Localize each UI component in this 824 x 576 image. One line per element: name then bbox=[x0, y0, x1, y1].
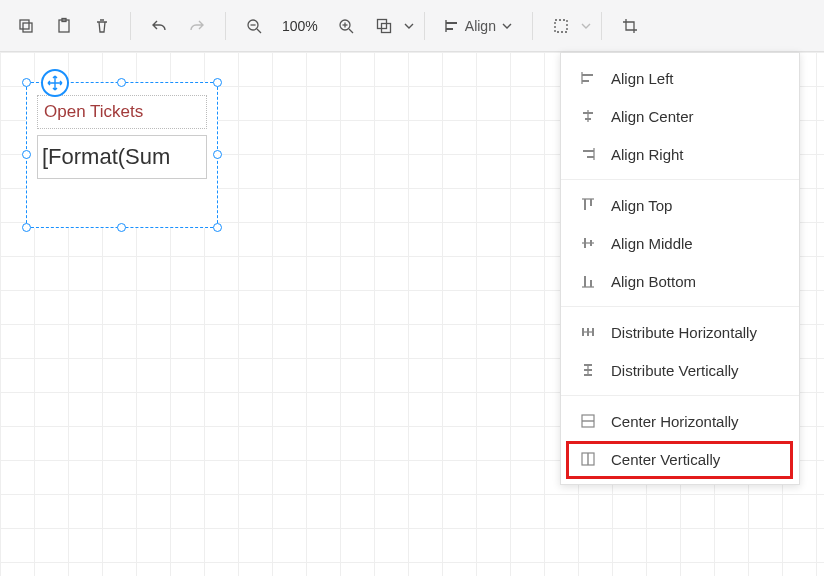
dd-label: Center Vertically bbox=[611, 451, 720, 468]
resize-handle-bm[interactable] bbox=[117, 223, 126, 232]
align-top-icon bbox=[579, 196, 597, 214]
resize-handle-tm[interactable] bbox=[117, 78, 126, 87]
undo-button[interactable] bbox=[141, 8, 177, 44]
dd-label: Align Center bbox=[611, 108, 694, 125]
svg-line-8 bbox=[349, 29, 353, 33]
align-middle-icon bbox=[579, 234, 597, 252]
zoom-out-button[interactable] bbox=[236, 8, 272, 44]
crop-button[interactable] bbox=[612, 8, 648, 44]
dd-label: Align Bottom bbox=[611, 273, 696, 290]
dd-label: Distribute Horizontally bbox=[611, 324, 757, 341]
align-dropdown-button[interactable]: Align bbox=[435, 8, 522, 44]
align-left-item[interactable]: Align Left bbox=[561, 59, 799, 97]
align-right-icon bbox=[579, 145, 597, 163]
chevron-down-icon bbox=[404, 21, 414, 31]
resize-handle-ml[interactable] bbox=[22, 150, 31, 159]
align-top-item[interactable]: Align Top bbox=[561, 186, 799, 224]
dd-label: Align Top bbox=[611, 197, 672, 214]
svg-rect-1 bbox=[23, 23, 32, 32]
svg-rect-0 bbox=[20, 20, 29, 29]
center-horizontal-icon bbox=[579, 412, 597, 430]
svg-rect-16 bbox=[555, 20, 567, 32]
chevron-down-icon bbox=[502, 21, 512, 31]
toolbar-separator bbox=[225, 12, 226, 40]
align-dropdown-menu: Align Left Align Center Align Right Alig… bbox=[560, 52, 800, 485]
toolbar-separator bbox=[424, 12, 425, 40]
format-expression[interactable]: [Format(Sum bbox=[37, 135, 207, 179]
distribute-vertical-icon bbox=[579, 361, 597, 379]
dd-label: Align Right bbox=[611, 146, 684, 163]
resize-handle-tl[interactable] bbox=[22, 78, 31, 87]
dd-label: Align Left bbox=[611, 70, 674, 87]
toolbar: 100% Align bbox=[0, 0, 824, 52]
tickets-label[interactable]: Open Tickets bbox=[37, 95, 207, 129]
canvas[interactable]: Open Tickets [Format(Sum Align Left Alig… bbox=[0, 52, 824, 576]
dropdown-separator bbox=[561, 395, 799, 396]
distribute-horizontally-item[interactable]: Distribute Horizontally bbox=[561, 313, 799, 351]
dd-label: Align Middle bbox=[611, 235, 693, 252]
resize-handle-br[interactable] bbox=[213, 223, 222, 232]
dd-label: Center Horizontally bbox=[611, 413, 739, 430]
zoom-level[interactable]: 100% bbox=[274, 18, 326, 34]
align-left-icon bbox=[579, 69, 597, 87]
resize-handle-tr[interactable] bbox=[213, 78, 222, 87]
fit-dropdown[interactable] bbox=[366, 8, 414, 44]
center-horizontally-item[interactable]: Center Horizontally bbox=[561, 402, 799, 440]
delete-button[interactable] bbox=[84, 8, 120, 44]
svg-line-5 bbox=[257, 29, 261, 33]
align-middle-item[interactable]: Align Middle bbox=[561, 224, 799, 262]
toolbar-separator bbox=[130, 12, 131, 40]
zoom-in-button[interactable] bbox=[328, 8, 364, 44]
selected-element[interactable]: Open Tickets [Format(Sum bbox=[26, 82, 218, 228]
center-vertical-icon bbox=[579, 450, 597, 468]
align-label: Align bbox=[465, 18, 496, 34]
redo-button[interactable] bbox=[179, 8, 215, 44]
align-bottom-item[interactable]: Align Bottom bbox=[561, 262, 799, 300]
distribute-horizontal-icon bbox=[579, 323, 597, 341]
align-center-icon bbox=[579, 107, 597, 125]
align-left-icon bbox=[445, 19, 459, 33]
select-dropdown[interactable] bbox=[543, 8, 591, 44]
copy-button[interactable] bbox=[8, 8, 44, 44]
resize-handle-bl[interactable] bbox=[22, 223, 31, 232]
dd-label: Distribute Vertically bbox=[611, 362, 739, 379]
align-bottom-icon bbox=[579, 272, 597, 290]
center-vertically-item[interactable]: Center Vertically bbox=[561, 440, 799, 478]
dropdown-separator bbox=[561, 179, 799, 180]
align-center-item[interactable]: Align Center bbox=[561, 97, 799, 135]
chevron-down-icon bbox=[581, 21, 591, 31]
distribute-vertically-item[interactable]: Distribute Vertically bbox=[561, 351, 799, 389]
move-handle-icon[interactable] bbox=[41, 69, 69, 97]
dropdown-separator bbox=[561, 306, 799, 307]
toolbar-separator bbox=[532, 12, 533, 40]
paste-button[interactable] bbox=[46, 8, 82, 44]
align-right-item[interactable]: Align Right bbox=[561, 135, 799, 173]
toolbar-separator bbox=[601, 12, 602, 40]
resize-handle-mr[interactable] bbox=[213, 150, 222, 159]
